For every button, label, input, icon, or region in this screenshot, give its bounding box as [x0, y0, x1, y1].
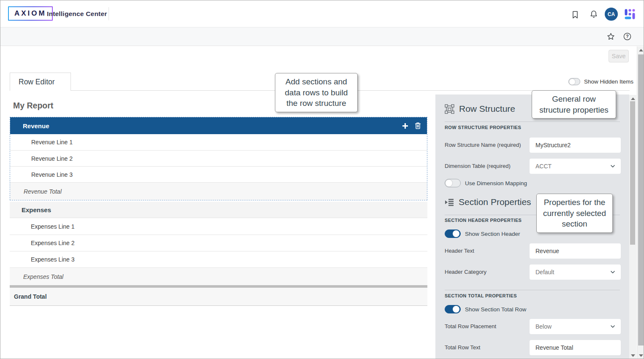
- panel-divider: [445, 121, 620, 122]
- show-section-total-row: Show Section Total Row: [445, 305, 526, 313]
- row-data[interactable]: Revenue Line 1: [10, 134, 427, 150]
- notifications-bell-icon[interactable]: [589, 10, 598, 19]
- total-row-placement-select[interactable]: Below: [530, 319, 621, 334]
- panel-scrollbar[interactable]: [629, 95, 636, 359]
- section-properties-title: Section Properties: [459, 197, 531, 207]
- apps-grid-icon[interactable]: [624, 8, 636, 20]
- row-data[interactable]: Revenue Line 2: [10, 150, 427, 166]
- row-structure-name-input[interactable]: [530, 138, 621, 153]
- scrollbar-thumb[interactable]: [638, 54, 644, 346]
- page-scrollbar[interactable]: [637, 46, 644, 359]
- callout-text: General row structure properties: [532, 90, 616, 119]
- section-expenses: Expenses Expenses Line 1 Expenses Line 2…: [10, 202, 427, 306]
- panel-divider: [445, 290, 620, 290]
- row-label: Revenue Total: [24, 188, 62, 195]
- toggle-knob: [453, 230, 459, 237]
- row-structure-icon: [445, 104, 454, 114]
- toggle-knob: [446, 180, 452, 186]
- total-row-text-input[interactable]: [530, 340, 621, 355]
- callout-section-properties: Properties for the currently selected se…: [536, 194, 613, 233]
- product-name: Intelligence Center: [47, 10, 107, 18]
- row-label: Expenses: [22, 206, 51, 213]
- show-hidden-items-label: Show Hidden Items: [584, 78, 633, 85]
- row-structure-group-caption: ROW STRUCTURE PROPERTIES: [445, 125, 521, 130]
- row-section-total[interactable]: Revenue Total: [10, 182, 427, 200]
- dimension-table-select[interactable]: ACCT: [530, 159, 621, 174]
- scroll-down-arrow[interactable]: [631, 354, 635, 357]
- callout-general-properties: General row structure properties: [532, 90, 616, 119]
- show-section-header-label: Show Section Header: [465, 231, 520, 237]
- delete-section-icon[interactable]: [415, 122, 421, 129]
- row-label: Expenses Line 3: [31, 256, 75, 263]
- section-revenue-selected: Revenue Revenue Line 1 Revenue Line 2 Re…: [10, 117, 427, 200]
- row-data[interactable]: Expenses Line 1: [10, 218, 427, 235]
- section-properties-heading: Section Properties: [445, 197, 531, 207]
- header-category-select[interactable]: Default: [530, 265, 621, 280]
- add-row-icon[interactable]: [402, 123, 408, 129]
- favorite-star-icon[interactable]: [606, 32, 615, 41]
- save-button[interactable]: Save: [609, 50, 629, 62]
- chevron-down-icon: [609, 163, 616, 170]
- row-grand-total[interactable]: Grand Total: [10, 288, 427, 306]
- axiom-logo-text: AXIOM: [9, 7, 52, 20]
- show-section-header-toggle[interactable]: [445, 229, 461, 238]
- axiom-logo[interactable]: AXIOM: [8, 6, 53, 21]
- show-section-total-toggle[interactable]: [445, 305, 461, 313]
- scroll-down-arrow[interactable]: [639, 354, 643, 357]
- report-title: My Report: [13, 101, 53, 111]
- row-data[interactable]: Revenue Line 3: [10, 166, 427, 182]
- row-structure-title: Row Structure: [459, 104, 515, 114]
- scrollbar-thumb[interactable]: [630, 101, 635, 245]
- row-label: Grand Total: [14, 293, 47, 300]
- page-toolbar: ?: [0, 27, 644, 46]
- use-dimension-mapping-toggle[interactable]: [445, 179, 461, 187]
- tab-row-editor[interactable]: Row Editor: [10, 73, 71, 91]
- row-structure-heading: Row Structure: [445, 104, 515, 114]
- help-icon[interactable]: ?: [623, 32, 632, 41]
- toggle-knob: [453, 306, 459, 313]
- row-data[interactable]: Expenses Line 2: [10, 235, 427, 251]
- row-section-header-expenses[interactable]: Expenses: [10, 202, 427, 218]
- show-section-total-label: Show Section Total Row: [465, 306, 526, 313]
- user-avatar[interactable]: CA: [605, 8, 618, 21]
- section-header-group-caption: SECTION HEADER PROPERTIES: [445, 218, 522, 223]
- use-dimension-mapping-label: Use Dimension Mapping: [465, 180, 527, 186]
- header-text-input[interactable]: [530, 243, 621, 259]
- total-row-text-label: Total Row Text: [445, 340, 527, 355]
- scroll-up-arrow[interactable]: [639, 49, 643, 51]
- dimension-table-label: Dimension Table (required): [445, 159, 527, 174]
- row-section-total[interactable]: Expenses Total: [10, 267, 427, 285]
- bookmark-icon[interactable]: [571, 10, 580, 19]
- tab-row-editor-label: Row Editor: [19, 78, 55, 86]
- row-label: Expenses Total: [23, 273, 63, 280]
- row-label: Revenue Line 3: [31, 171, 73, 178]
- chevron-down-icon: [609, 323, 616, 330]
- app-header: AXIOM Intelligence Center CA: [0, 0, 644, 27]
- dimension-table-value: ACCT: [535, 163, 552, 170]
- section-total-group-caption: SECTION TOTAL PROPERTIES: [445, 293, 517, 298]
- row-label: Revenue: [23, 122, 49, 130]
- callout-text: Add sections and data rows to build the …: [275, 73, 358, 112]
- row-label: Expenses Line 2: [31, 240, 75, 246]
- row-data[interactable]: Expenses Line 3: [10, 251, 427, 267]
- show-hidden-items-toggle[interactable]: [568, 78, 580, 85]
- scroll-up-arrow[interactable]: [631, 97, 635, 100]
- row-actions: [402, 117, 421, 134]
- toggle-knob: [569, 79, 575, 85]
- callout-add-sections: Add sections and data rows to build the …: [275, 73, 358, 112]
- header-text-label: Header Text: [445, 243, 527, 259]
- show-hidden-items-control: Show Hidden Items: [568, 78, 633, 85]
- total-row-placement-label: Total Row Placement: [445, 319, 527, 334]
- total-row-placement-value: Below: [535, 323, 552, 330]
- row-label: Revenue Line 1: [31, 139, 73, 146]
- callout-text: Properties for the currently selected se…: [536, 194, 613, 233]
- header-divider: [109, 7, 109, 20]
- show-section-header-row: Show Section Header: [445, 229, 520, 238]
- use-dimension-mapping-row: Use Dimension Mapping: [445, 179, 527, 187]
- row-structure-name-label: Row Structure Name (required): [445, 138, 527, 153]
- row-label: Expenses Line 1: [31, 223, 75, 230]
- header-category-value: Default: [535, 269, 554, 275]
- svg-text:?: ?: [626, 34, 628, 39]
- row-structure-list: Revenue Revenue Line 1 Revenue Line 2 Re…: [10, 117, 427, 306]
- row-section-header-revenue[interactable]: Revenue: [10, 117, 427, 134]
